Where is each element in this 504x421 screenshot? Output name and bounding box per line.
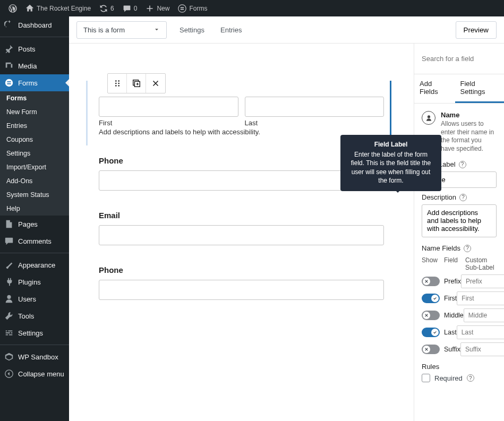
help-icon[interactable]: ? — [464, 245, 471, 252]
tooltip-body: Enter the label of the form field. This … — [347, 150, 435, 185]
toggle-first[interactable] — [422, 294, 440, 303]
submenu-addons[interactable]: Add-Ons — [0, 174, 69, 188]
submenu-entries[interactable]: Entries — [0, 119, 69, 133]
chevron-down-icon — [153, 27, 160, 33]
sublabel-middle[interactable] — [464, 308, 504, 322]
home-icon — [25, 4, 34, 13]
comments-bubble[interactable]: 0 — [118, 4, 142, 13]
sublabel-suffix[interactable] — [460, 342, 504, 356]
field-type-desc: Allows users to enter their name in the … — [441, 120, 497, 153]
svg-point-1 — [5, 79, 13, 87]
delete-button[interactable] — [146, 74, 165, 93]
tab-field-settings[interactable]: Field Settings — [455, 74, 504, 103]
media-icon — [4, 61, 14, 71]
sidebar-settings[interactable]: Settings — [0, 324, 69, 341]
help-icon[interactable]: ? — [459, 161, 466, 168]
submenu-system-status[interactable]: System Status — [0, 188, 69, 202]
sidebar-appearance[interactable]: Appearance — [0, 256, 69, 273]
field-type-name: Name — [441, 111, 497, 119]
name-field-icon — [422, 111, 435, 125]
topbar-settings[interactable]: Settings — [176, 26, 208, 34]
description-heading: Description ? — [422, 193, 497, 201]
wp-admin-bar: The Rocket Engine 6 0 New Forms — [0, 0, 504, 16]
first-name-input[interactable] — [99, 97, 238, 117]
field-phone-2[interactable]: Phone — [99, 265, 384, 300]
search-input[interactable] — [422, 55, 497, 63]
drag-icon — [113, 79, 122, 88]
main-content: This is a form Settings Entries Preview … — [69, 16, 504, 421]
forms-icon — [178, 4, 186, 13]
toggle-last[interactable] — [422, 328, 440, 337]
drag-handle[interactable] — [108, 74, 127, 93]
sidebar-wp-sandbox[interactable]: WP Sandbox — [0, 348, 69, 365]
rules-heading: Rules — [422, 363, 497, 371]
sidebar-users[interactable]: Users — [0, 290, 69, 307]
required-checkbox[interactable] — [422, 374, 430, 382]
svg-point-8 — [118, 85, 119, 87]
form-canvas: First Last Add descriptions and labels t… — [69, 44, 414, 421]
name-fields-heading: Name Fields ? — [422, 244, 497, 252]
preview-button[interactable]: Preview — [456, 21, 497, 39]
first-sublabel: First — [99, 119, 238, 127]
sidebar-forms-submenu: Forms New Form Entries Coupons Settings … — [0, 91, 69, 216]
required-row: Required ? — [422, 374, 497, 382]
field-name[interactable]: First Last Add descriptions and labels t… — [99, 73, 384, 136]
sidebar-collapse[interactable]: Collapse menu — [0, 365, 69, 382]
topbar-entries[interactable]: Entries — [217, 26, 245, 34]
new-content[interactable]: New — [141, 4, 174, 13]
svg-point-0 — [178, 4, 186, 12]
sliders-icon — [4, 328, 14, 338]
sidebar-media[interactable]: Media — [0, 57, 69, 74]
wrench-icon — [4, 311, 14, 321]
submenu-new-form[interactable]: New Form — [0, 105, 69, 119]
field-label-tooltip: Field Label Enter the label of the form … — [340, 135, 441, 191]
help-icon[interactable]: ? — [459, 194, 467, 201]
comment-icon — [4, 236, 14, 246]
toggle-suffix[interactable] — [422, 345, 440, 354]
submenu-settings[interactable]: Settings — [0, 147, 69, 160]
last-name-input[interactable] — [245, 97, 385, 117]
submenu-help[interactable]: Help — [0, 202, 69, 216]
form-selector[interactable]: This is a form — [76, 21, 167, 39]
wordpress-icon — [8, 4, 17, 13]
sublabel-first[interactable] — [457, 291, 504, 305]
sidebar-plugins[interactable]: Plugins — [0, 273, 69, 290]
field-email[interactable]: Email — [99, 211, 384, 245]
required-label: Required — [434, 374, 463, 382]
duplicate-button[interactable] — [127, 74, 146, 93]
help-icon[interactable]: ? — [467, 374, 474, 382]
description-input[interactable] — [422, 204, 497, 237]
row-first: First — [422, 291, 497, 305]
email-input[interactable] — [99, 225, 384, 245]
sidebar-comments[interactable]: Comments — [0, 233, 69, 250]
submenu-import-export[interactable]: Import/Export — [0, 160, 69, 174]
dashboard-icon — [4, 20, 14, 30]
sublabel-prefix[interactable] — [461, 274, 504, 288]
sidebar-posts[interactable]: Posts — [0, 40, 69, 57]
toggle-prefix[interactable] — [422, 277, 440, 286]
sidebar-forms[interactable]: Forms — [0, 74, 69, 91]
collapse-icon — [4, 369, 14, 379]
svg-point-6 — [118, 83, 119, 84]
submenu-forms[interactable]: Forms — [0, 91, 69, 105]
row-last: Last — [422, 325, 497, 339]
sublabel-last[interactable] — [457, 325, 504, 339]
field-search[interactable] — [414, 44, 504, 74]
wp-logo[interactable] — [4, 4, 21, 13]
updates[interactable]: 6 — [95, 4, 118, 13]
close-icon — [151, 79, 160, 88]
sidebar-tools[interactable]: Tools — [0, 307, 69, 324]
phone2-input[interactable] — [99, 280, 384, 300]
sidebar-dashboard[interactable]: Dashboard — [0, 16, 69, 33]
panel-tabs: Add Fields Field Settings — [414, 74, 504, 104]
form-name: This is a form — [83, 26, 125, 34]
site-name[interactable]: The Rocket Engine — [21, 4, 95, 13]
sidebar-pages[interactable]: Pages — [0, 216, 69, 233]
submenu-coupons[interactable]: Coupons — [0, 133, 69, 147]
toggle-middle[interactable] — [422, 311, 440, 320]
tab-add-fields[interactable]: Add Fields — [414, 74, 455, 103]
phone2-label: Phone — [99, 265, 384, 274]
row-prefix: Prefix — [422, 274, 497, 288]
email-label: Email — [99, 211, 384, 220]
adminbar-forms[interactable]: Forms — [174, 4, 211, 13]
